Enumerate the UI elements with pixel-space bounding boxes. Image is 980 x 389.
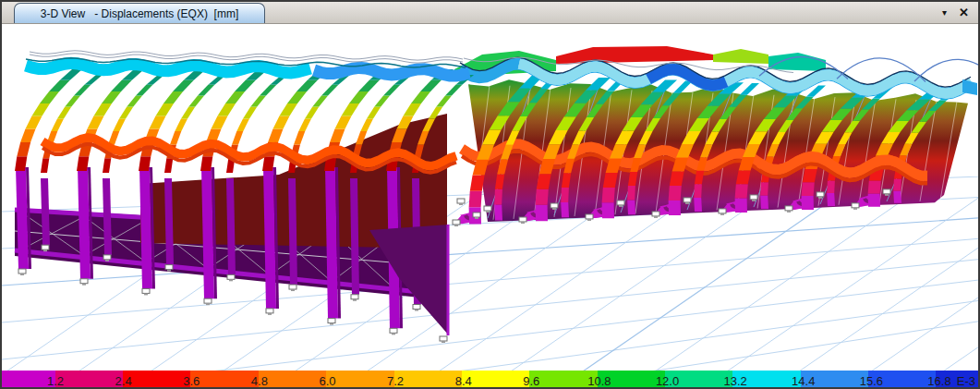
app-window: 3-D View - Displacements (EQX) [mm] ▾ ✕ … (0, 0, 980, 389)
legend-band (123, 371, 190, 389)
legend-band (55, 371, 123, 389)
legend-band (462, 371, 529, 389)
close-icon[interactable]: ✕ (959, 6, 969, 18)
legend-band (190, 371, 258, 389)
legend-value-label: 10.8 (587, 371, 611, 389)
view-tab-label: 3-D View - Displacements (EQX) [mm] (41, 7, 239, 20)
legend-value-label: 8.4 (455, 371, 472, 389)
legend-value-label: 14.4 (792, 371, 815, 389)
legend-value-label: 13.2 (723, 371, 746, 389)
contour-legend: 1.22.43.64.86.07.28.49.610.812.013.214.4… (2, 371, 978, 389)
legend-value-label: 3.6 (183, 371, 200, 389)
legend-value-label: 6.0 (319, 371, 335, 389)
legend-band (326, 371, 393, 389)
chevron-down-icon[interactable]: ▾ (942, 8, 947, 18)
legend-value-label: 15.6 (860, 371, 883, 389)
view-tab[interactable]: 3-D View - Displacements (EQX) [mm] (14, 3, 265, 23)
legend-value-label: 16.8 (927, 371, 950, 389)
legend-value-label: 9.6 (523, 371, 539, 389)
legend-value-label: 12.0 (656, 371, 679, 389)
legend-value-label: 7.2 (387, 371, 404, 389)
model-canvas[interactable] (2, 24, 980, 371)
legend-band (259, 371, 326, 389)
legend-value-label: 4.8 (251, 371, 268, 389)
viewport-3d[interactable]: 1.22.43.64.86.07.28.49.610.812.013.214.4… (2, 24, 978, 389)
legend-value-label: 1.2 (47, 371, 64, 389)
legend-value-label: 2.4 (115, 371, 132, 389)
legend-exponent-label: E-3 (957, 371, 975, 389)
titlebar-controls: ▾ ✕ (942, 2, 969, 23)
legend-band (394, 371, 462, 389)
window-titlebar: 3-D View - Displacements (EQX) [mm] ▾ ✕ (2, 2, 978, 24)
